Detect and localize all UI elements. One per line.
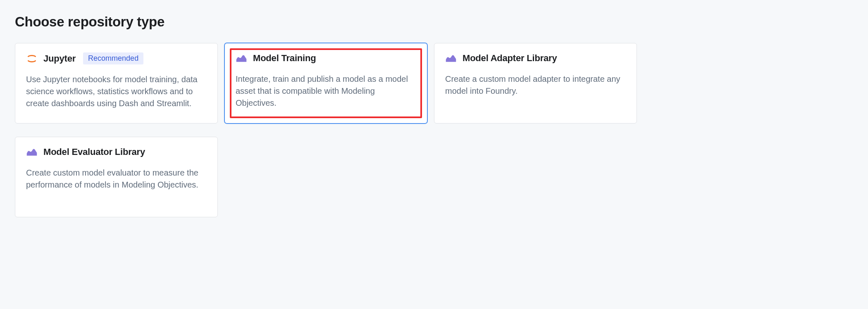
card-header: Model Adapter Library [445,52,626,64]
card-header: Jupyter Recommended [26,52,207,64]
card-description: Create custom model evaluator to measure… [26,167,207,191]
card-model-training[interactable]: Model Training Integrate, train and publ… [224,43,427,124]
recommended-badge: Recommended [83,52,143,64]
model-icon [445,52,457,64]
card-description: Create a custom model adapter to integra… [445,73,626,97]
card-header: Model Training [236,52,416,64]
page-title: Choose repository type [15,14,853,30]
card-title: Model Evaluator Library [43,147,145,157]
card-header: Model Evaluator Library [26,146,207,158]
card-description: Use Jupyter notebooks for model training… [26,74,207,109]
card-title: Model Adapter Library [463,53,557,64]
repository-type-grid: Jupyter Recommended Use Jupyter notebook… [15,43,853,217]
card-model-evaluator[interactable]: Model Evaluator Library Create custom mo… [15,137,218,217]
card-model-adapter[interactable]: Model Adapter Library Create a custom mo… [434,43,637,124]
model-icon [26,146,38,158]
card-description: Integrate, train and publish a model as … [236,73,416,109]
model-icon [236,52,247,64]
card-jupyter[interactable]: Jupyter Recommended Use Jupyter notebook… [15,43,218,124]
card-title: Jupyter [43,53,76,64]
card-title: Model Training [253,53,316,64]
jupyter-icon [26,53,38,64]
